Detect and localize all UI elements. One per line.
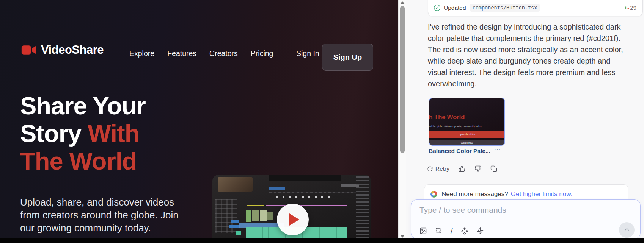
editor-source-thumbnail xyxy=(218,177,253,192)
editor-topbar xyxy=(269,175,341,181)
diff-plus: + xyxy=(624,5,628,11)
slash-command-button[interactable]: / xyxy=(451,226,453,235)
copy-button[interactable] xyxy=(490,165,497,172)
preview-secondary-button: Watch now xyxy=(429,140,504,146)
hero-line3: The World xyxy=(20,147,137,175)
editor-clip-green xyxy=(236,231,241,235)
editor-clip xyxy=(246,210,251,222)
editor-yellow-line xyxy=(247,205,264,206)
scroll-up-arrow[interactable] xyxy=(400,1,405,4)
thumbs-down-button[interactable] xyxy=(474,165,481,172)
sign-in-link[interactable]: Sign In xyxy=(296,49,319,58)
chat-composer[interactable]: / xyxy=(411,199,641,239)
updated-file-chip: components/Button.tsx xyxy=(470,4,540,12)
assistant-message: I've refined the design by introducing a… xyxy=(428,21,629,89)
editor-clip xyxy=(260,210,267,221)
editor-transport-controls xyxy=(276,196,333,198)
hero-heading: Share Your Story With The World xyxy=(20,92,146,175)
upgrade-text: Need more messages? xyxy=(441,190,508,198)
diff-minus: - xyxy=(627,5,629,11)
upgrade-link[interactable]: Get higher limits now. xyxy=(511,190,573,198)
site-header: VideoShare Explore Features Creators Pri… xyxy=(0,38,398,76)
play-icon xyxy=(289,213,299,226)
hero-description: Upload, share, and discover videos from … xyxy=(20,196,189,234)
nav-features[interactable]: Features xyxy=(167,49,196,58)
retry-icon xyxy=(427,166,433,172)
hero-line2-white: Story xyxy=(20,120,88,147)
file-update-card[interactable]: Updated components/Button.tsx +-29 xyxy=(428,0,643,16)
select-element-button[interactable] xyxy=(435,227,443,235)
scrollbar-thumb[interactable] xyxy=(400,6,405,153)
diff-stats: +-29 xyxy=(624,5,636,11)
sign-up-button[interactable]: Sign Up xyxy=(322,44,373,71)
nav-explore[interactable]: Explore xyxy=(129,49,154,58)
website-preview-pane: VideoShare Explore Features Creators Pri… xyxy=(0,0,398,243)
attach-image-button[interactable] xyxy=(419,227,427,235)
preview-caption[interactable]: Balanced Color Pale... xyxy=(429,148,490,154)
editor-timecode xyxy=(269,187,285,190)
brand-logo[interactable]: VideoShare xyxy=(21,43,104,57)
editor-clip xyxy=(252,210,259,221)
brand-name: VideoShare xyxy=(41,43,104,57)
editor-ruler xyxy=(269,192,356,193)
editor-file-list xyxy=(356,176,369,241)
site-nav: Explore Features Creators Pricing xyxy=(129,49,273,58)
nav-creators[interactable]: Creators xyxy=(209,49,238,58)
image-icon xyxy=(419,227,427,235)
taskbar-edge xyxy=(0,238,644,243)
thumbs-down-icon xyxy=(474,165,481,172)
lightning-icon xyxy=(476,227,484,235)
video-preview-image xyxy=(212,175,371,243)
check-circle-icon xyxy=(434,4,441,11)
thumbs-up-button[interactable] xyxy=(459,165,465,172)
assistant-chat-panel: Updated components/Button.tsx +-29 I've … xyxy=(406,0,644,243)
blocks-button[interactable] xyxy=(461,227,468,235)
copy-icon xyxy=(490,165,497,172)
preview-primary-button: Upload a video xyxy=(429,131,504,138)
preview-heading-fragment: th The World xyxy=(429,114,465,121)
diamond-blocks-icon xyxy=(461,227,468,235)
retry-button[interactable]: Retry xyxy=(427,165,449,172)
arrow-up-icon xyxy=(624,227,630,234)
hero-line1: Share Your xyxy=(20,92,146,120)
thumbs-up-icon xyxy=(459,165,465,172)
select-area-icon xyxy=(435,227,443,235)
chat-input[interactable] xyxy=(419,206,624,221)
message-actions: Retry xyxy=(427,165,497,172)
preview-subtext: videos around the globe. Join our growin… xyxy=(429,125,482,128)
editor-clip xyxy=(267,212,273,220)
video-camera-icon xyxy=(21,44,36,56)
usage-pie-icon xyxy=(430,191,437,198)
preview-more-menu[interactable]: ... xyxy=(494,144,501,152)
editor-clip-blue xyxy=(231,220,239,223)
editor-pink-line xyxy=(266,205,347,206)
screen: VideoShare Explore Features Creators Pri… xyxy=(0,0,644,243)
hero-line2-red: With xyxy=(88,120,139,147)
update-status: Updated xyxy=(444,5,466,11)
send-button[interactable] xyxy=(619,222,635,238)
diff-count: 29 xyxy=(630,5,636,11)
play-button[interactable] xyxy=(277,204,309,235)
nav-pricing[interactable]: Pricing xyxy=(251,49,273,58)
quick-actions-button[interactable] xyxy=(476,227,484,235)
design-preview-thumbnail[interactable]: th The World videos around the globe. Jo… xyxy=(429,98,505,146)
vertical-scrollbar[interactable] xyxy=(398,0,406,243)
composer-toolbar: / xyxy=(419,226,484,235)
scroll-down-arrow[interactable] xyxy=(400,235,405,238)
